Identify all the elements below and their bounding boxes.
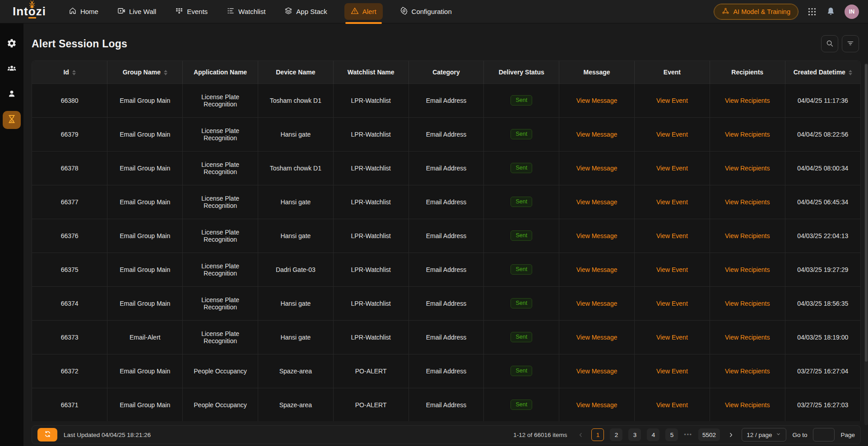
nav-item-configuration[interactable]: Configuration	[398, 3, 454, 20]
app-launcher-icon[interactable]	[807, 7, 817, 17]
view-message-link[interactable]: View Message	[576, 368, 617, 375]
status-badge: Sent	[511, 264, 532, 275]
cell-watchlist-name: PO-ALERT	[333, 388, 408, 421]
view-message-link[interactable]: View Message	[576, 165, 617, 172]
view-message-link[interactable]: View Message	[576, 131, 617, 138]
cell-device-name: Spaze-area	[258, 354, 333, 388]
view-message-link[interactable]: View Message	[576, 401, 617, 409]
cell-message: View Message	[559, 219, 635, 253]
pagination-ellipsis[interactable]: •••	[684, 432, 692, 438]
table-row: 66374 Email Group Main License Plate Rec…	[32, 286, 860, 320]
cell-message: View Message	[559, 253, 635, 286]
view-message-link[interactable]: View Message	[576, 232, 617, 239]
cell-message: View Message	[559, 83, 635, 117]
app-shell: Alert Session Logs Id Group Name Applica…	[0, 23, 868, 446]
nav-item-label: Configuration	[412, 8, 452, 15]
alert-session-logs-table: Id Group Name Application Name Device Na…	[32, 60, 861, 421]
table-row: 66379 Email Group Main License Plate Rec…	[32, 117, 860, 151]
cell-delivery-status: Sent	[484, 388, 559, 421]
cell-watchlist-name: LPR-Watchlist	[333, 117, 408, 151]
view-recipients-link[interactable]: View Recipients	[725, 334, 770, 341]
page-size-select[interactable]: 12 / page	[742, 428, 786, 441]
view-recipients-link[interactable]: View Recipients	[725, 368, 770, 375]
sidebar-item-session-logs[interactable]	[3, 111, 21, 129]
page-button-1[interactable]: 1	[591, 428, 604, 441]
column-header-id[interactable]: Id	[32, 61, 107, 83]
column-header-device-name: Device Name	[258, 61, 333, 83]
nav-item-app-stack[interactable]: App Stack	[283, 3, 329, 20]
search-button[interactable]	[821, 35, 838, 52]
avatar-initials: IN	[849, 9, 855, 15]
page-button-5[interactable]: 5	[665, 428, 678, 441]
cell-created-datetime: 03/27/25 16:27:04	[785, 354, 860, 388]
view-event-link[interactable]: View Event	[656, 368, 688, 375]
view-event-link[interactable]: View Event	[656, 232, 688, 239]
cell-application-name: People Occupancy	[183, 388, 258, 421]
view-event-link[interactable]: View Event	[656, 97, 688, 104]
cell-application-name: License Plate Recognition	[183, 219, 258, 253]
status-badge: Sent	[511, 129, 532, 139]
view-recipients-link[interactable]: View Recipients	[725, 131, 770, 138]
column-header-created-datetime[interactable]: Created Datetime	[785, 61, 860, 83]
view-recipients-link[interactable]: View Recipients	[725, 198, 770, 206]
cell-application-name: License Plate Recognition	[183, 286, 258, 320]
items-range-text: 1-12 of 66016 items	[513, 432, 567, 438]
user-icon	[7, 89, 17, 101]
view-message-link[interactable]: View Message	[576, 198, 617, 206]
vertical-scrollbar[interactable]	[864, 63, 868, 425]
users-group-icon	[7, 64, 17, 75]
nav-item-watchlist[interactable]: Watchlist	[225, 3, 267, 20]
nav-item-events[interactable]: Events	[173, 3, 209, 20]
refresh-button[interactable]	[37, 428, 57, 441]
page-button-3[interactable]: 3	[628, 428, 641, 441]
cell-created-datetime: 04/03/25 18:19:00	[785, 320, 860, 354]
view-event-link[interactable]: View Event	[656, 401, 688, 409]
view-recipients-link[interactable]: View Recipients	[725, 165, 770, 172]
prev-page-chevron-icon[interactable]	[576, 430, 585, 440]
view-message-link[interactable]: View Message	[576, 334, 617, 341]
view-event-link[interactable]: View Event	[656, 131, 688, 138]
cell-event: View Event	[635, 286, 710, 320]
sort-icon	[72, 70, 76, 75]
navbar-right: AI Model & Training IN	[714, 4, 859, 19]
nav-item-alert[interactable]: Alert	[344, 3, 383, 20]
view-recipients-link[interactable]: View Recipients	[725, 401, 770, 409]
filter-button[interactable]	[842, 35, 859, 52]
page-button-4[interactable]: 4	[647, 428, 659, 441]
cell-watchlist-name: LPR-Watchlist	[333, 219, 408, 253]
sidebar-item-settings[interactable]	[3, 35, 21, 53]
view-message-link[interactable]: View Message	[576, 300, 617, 307]
column-header-group-name[interactable]: Group Name	[107, 61, 183, 83]
sidebar-item-user-groups[interactable]	[3, 60, 21, 78]
view-event-link[interactable]: View Event	[656, 198, 688, 206]
nav-item-home[interactable]: Home	[67, 3, 100, 20]
page-button-2[interactable]: 2	[610, 428, 622, 441]
view-recipients-link[interactable]: View Recipients	[725, 266, 770, 273]
page-button-last[interactable]: 5502	[698, 428, 720, 441]
cell-message: View Message	[559, 185, 635, 219]
cell-category: Email Address	[408, 286, 484, 320]
view-event-link[interactable]: View Event	[656, 266, 688, 273]
cell-delivery-status: Sent	[484, 151, 559, 185]
ai-model-training-button[interactable]: AI Model & Training	[714, 4, 798, 19]
view-event-link[interactable]: View Event	[656, 300, 688, 307]
sidebar-item-users[interactable]	[3, 86, 21, 104]
next-page-chevron-icon[interactable]	[726, 430, 736, 440]
cell-application-name: License Plate Recognition	[183, 320, 258, 354]
view-recipients-link[interactable]: View Recipients	[725, 300, 770, 307]
nav-item-label: Alert	[362, 8, 376, 15]
view-event-link[interactable]: View Event	[656, 334, 688, 341]
goto-page-input[interactable]	[813, 428, 835, 441]
view-recipients-link[interactable]: View Recipients	[725, 97, 770, 104]
view-event-link[interactable]: View Event	[656, 165, 688, 172]
nav-item-live-wall[interactable]: Live Wall	[116, 3, 158, 20]
column-header-watchlist-name: Watchlist Name	[333, 61, 408, 83]
cell-watchlist-name: LPR-Watchlist	[333, 151, 408, 185]
view-recipients-link[interactable]: View Recipients	[725, 232, 770, 239]
cell-recipients: View Recipients	[710, 253, 785, 286]
view-message-link[interactable]: View Message	[576, 266, 617, 273]
notifications-bell-icon[interactable]	[826, 6, 836, 17]
view-message-link[interactable]: View Message	[576, 97, 617, 104]
scrollbar-thumb[interactable]	[865, 64, 868, 362]
user-avatar[interactable]: IN	[845, 5, 859, 19]
